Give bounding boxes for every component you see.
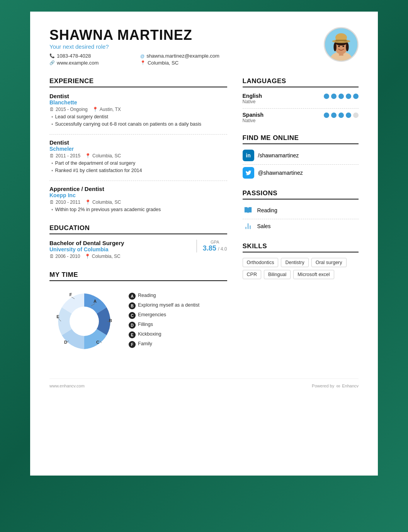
legend-label: Emergencies — [138, 312, 166, 318]
passions-section: PASSIONS Reading — [243, 189, 359, 232]
job-location: 📍 Columbia, SC — [85, 153, 121, 159]
school-name: University of Columbia — [49, 246, 189, 252]
skill-tag: Bilingual — [264, 270, 291, 279]
passions-title: PASSIONS — [243, 189, 359, 200]
lang-level: Native — [243, 99, 262, 104]
bullet-item: Ranked #1 by client satisfaction for 201… — [51, 167, 227, 174]
reading-icon — [243, 205, 253, 216]
passion-item: Sales — [243, 221, 359, 232]
passion-label: Reading — [257, 207, 277, 213]
svg-point-5 — [333, 43, 336, 51]
job-company: Blanchette — [49, 99, 227, 106]
passion-item: Reading — [243, 205, 359, 216]
job-bullets: Within top 2% in previous years academic… — [49, 206, 227, 213]
legend-badge: E — [129, 331, 136, 338]
job-meta: 🗓 2015 - Ongoing 📍 Austin, TX — [49, 107, 227, 112]
phone-icon: 📞 — [49, 53, 55, 58]
dot-filled — [331, 94, 337, 99]
languages-section: LANGUAGES English Native — [243, 77, 359, 123]
bullet-item: Successfully carrying out 6-8 root canal… — [51, 121, 227, 128]
bullet-item: Lead oral surgery dentist — [51, 113, 227, 121]
job-item: Apprentice / Dentist Koepp Inc 🗓 2010 - … — [49, 186, 227, 213]
legend-label: Family — [138, 341, 152, 347]
skill-tag: CPR — [243, 270, 261, 279]
online-title: FIND ME ONLINE — [243, 134, 359, 144]
twitter-icon — [243, 167, 254, 179]
dot-empty — [353, 113, 359, 118]
job-item: Dentist Blanchette 🗓 2015 - Ongoing 📍 Au… — [49, 93, 227, 128]
edu-main: Bachelor of Dental Surgery University of… — [49, 240, 189, 260]
legend-badge: D — [129, 322, 136, 329]
calendar-icon: 🗓 — [49, 107, 54, 112]
job-title: Apprentice / Dentist — [49, 186, 227, 192]
degree-title: Bachelor of Dental Surgery — [49, 240, 189, 246]
linkedin-icon: in — [243, 150, 254, 161]
legend-item: A Reading — [129, 292, 199, 300]
right-column: LANGUAGES English Native — [243, 77, 359, 367]
svg-text:A: A — [94, 299, 97, 304]
calendar-icon: 🗓 — [49, 153, 54, 159]
edu-meta: 🗓 2006 - 2010 📍 Columbia, SC — [49, 254, 189, 259]
header-info: SHAWNA MARTINEZ Your next desired role? … — [49, 27, 219, 66]
education-item: Bachelor of Dental Surgery University of… — [49, 240, 227, 260]
legend-item: E Kickboxing — [129, 331, 199, 338]
web-icon: 🔗 — [49, 60, 55, 65]
dot-filled — [324, 113, 329, 118]
job-location: 📍 Columbia, SC — [85, 200, 121, 205]
lang-name: Spanish — [243, 112, 264, 118]
dot-filled — [338, 94, 344, 99]
job-meta: 🗓 2010 - 2011 📍 Columbia, SC — [49, 200, 227, 205]
website-contact: 🔗 www.example.com — [49, 60, 129, 66]
svg-rect-9 — [336, 40, 347, 41]
footer-url: www.enhancv.com — [49, 384, 85, 388]
online-item: in /shawnamartinez — [243, 150, 359, 161]
resume-header: SHAWNA MARTINEZ Your next desired role? … — [49, 27, 359, 66]
section-divider — [49, 181, 227, 181]
dot-filled — [324, 94, 329, 99]
dot-filled — [331, 113, 337, 118]
email-icon: @ — [140, 54, 144, 58]
main-layout: EXPERIENCE Dentist Blanchette 🗓 2015 - O… — [49, 77, 359, 367]
calendar-icon: 🗓 — [49, 200, 54, 205]
email-contact: @ shawna.martinez@example.com — [140, 53, 219, 59]
legend-badge: A — [129, 293, 136, 300]
candidate-name: SHAWNA MARTINEZ — [49, 27, 219, 43]
skill-tag: Dentistry — [281, 258, 308, 267]
legend-item: F Family — [129, 341, 199, 348]
footer-brand: Powered by ∞ Enhancv — [312, 383, 359, 389]
skills-grid: Orthodontics Dentistry Oral surgery CPR … — [243, 258, 359, 279]
dot-filled — [353, 94, 359, 99]
resume-document: SHAWNA MARTINEZ Your next desired role? … — [30, 12, 378, 476]
legend-label: Kickboxing — [138, 331, 161, 337]
calendar-icon: 🗓 — [49, 254, 54, 259]
online-item: @shawnamartinez — [243, 167, 359, 179]
mytime-section: MY TIME — [49, 271, 227, 356]
passion-label: Sales — [257, 223, 271, 229]
svg-text:E: E — [56, 314, 59, 319]
bullet-item: Within top 2% in previous years academic… — [51, 206, 227, 213]
skills-section: SKILLS Orthodontics Dentistry Oral surge… — [243, 242, 359, 279]
legend-badge: C — [129, 312, 136, 319]
mytime-content: A B C D E F — [49, 286, 227, 356]
svg-text:F: F — [70, 292, 72, 297]
lang-dots — [324, 113, 359, 118]
skill-tag: Orthodontics — [243, 258, 279, 267]
svg-text:D: D — [64, 340, 67, 344]
dot-filled — [346, 94, 351, 99]
job-bullets: Lead oral surgery dentist Successfully c… — [49, 113, 227, 128]
legend-badge: B — [129, 302, 136, 309]
avatar — [324, 27, 359, 62]
candidate-role: Your next desired role? — [49, 43, 219, 50]
legend-item: C Emergencies — [129, 312, 199, 319]
skill-tag: Microsoft excel — [293, 270, 334, 279]
twitter-handle: @shawnamartinez — [258, 170, 303, 176]
job-dates: 🗓 2010 - 2011 — [49, 200, 80, 205]
location-contact: 📍 Columbia, SC — [140, 60, 219, 66]
job-company: Koepp Inc — [49, 192, 227, 198]
dot-filled — [346, 113, 351, 118]
legend-label: Exploring myself as a dentist — [138, 302, 199, 308]
skill-tag: Oral surgery — [311, 258, 347, 267]
svg-point-12 — [70, 307, 99, 336]
sales-icon — [243, 221, 253, 232]
powered-by-text: Powered by — [312, 384, 334, 388]
